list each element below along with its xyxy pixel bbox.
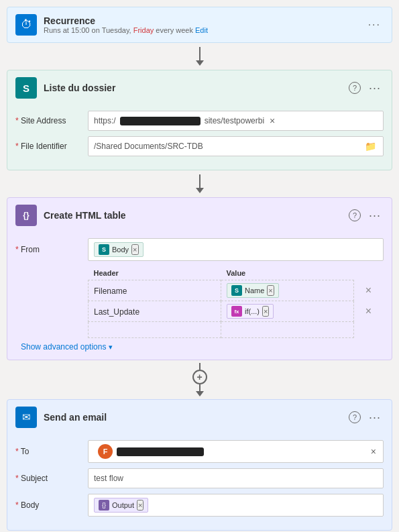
html-table-title: Create HTML table [44,210,342,221]
kv-table-container: Header Value Filename [88,266,384,338]
output-chip: {} Output × [94,498,148,513]
liste-body: * Site Address https:/ sites/testpowerbi… [7,105,392,170]
from-label: * From [15,245,82,254]
lastupdate-value-cell[interactable]: fx if(...) × [221,301,354,322]
site-address-suffix: sites/testpowerbi [205,116,264,125]
lastupdate-delete-icon[interactable]: × [365,305,372,317]
plus-arrow-head [196,391,204,396]
to-input[interactable]: F × [88,440,384,463]
html-table-card: {} Create HTML table ? ··· * From S Body [7,197,392,360]
recurrence-highlight: Friday [133,26,154,34]
subject-row: * Subject test flow [15,468,384,488]
to-clear-button[interactable]: × [369,446,378,457]
file-identifier-label: * File Identifier [15,142,82,151]
chevron-down-icon: ▾ [109,343,113,352]
filename-delete-icon[interactable]: × [365,284,372,296]
liste-title: Liste du dossier [44,83,342,93]
lastupdate-key-cell[interactable]: Last_Update [89,301,221,322]
email-body: * To F × * Subject test flow [7,435,392,530]
body-row: * Body {} Output × [15,494,384,517]
to-row: * To F × [15,440,384,463]
header-col-label: Header [89,266,221,280]
html-table-body: * From S Body × Header Value [7,233,392,360]
email-card: ✉ Send an email ? ··· * To F [7,399,392,531]
email-more-button[interactable]: ··· [366,409,384,426]
email-card-actions: ? ··· [349,409,384,426]
subject-label: * Subject [15,474,82,483]
liste-icon: S [15,77,37,99]
output-chip-label: Output [112,501,134,509]
from-input[interactable]: S Body × [88,238,384,261]
table-row-empty [89,322,384,338]
liste-help-icon[interactable]: ? [349,82,361,94]
site-address-input[interactable]: https:/ sites/testpowerbi × [88,111,384,131]
name-chip-label: Name [245,286,264,295]
file-identifier-value: /Shared Documents/SRC-TDB [94,142,359,151]
filename-row-delete[interactable]: × [354,280,384,301]
site-address-label: * Site Address [15,116,82,125]
body-chip-remove-button[interactable]: × [131,244,138,255]
from-row: * From S Body × [15,238,384,261]
recurrence-card-actions: ··· [365,17,384,32]
recurrence-header: ⏱ Recurrence Runs at 15:00 on Tuesday, F… [7,7,392,42]
recurrence-card: ⏱ Recurrence Runs at 15:00 on Tuesday, F… [7,7,392,43]
filename-value-cell[interactable]: S Name × [221,280,354,301]
recurrence-more-button[interactable]: ··· [365,17,384,32]
arrow-line-2 [199,174,201,188]
subject-value: test flow [94,474,123,483]
curly-icon: {} [23,211,29,220]
connector-1 [196,43,204,70]
to-label: * To [15,447,82,456]
recurrence-title: Recurrence [44,15,359,26]
empty-key-cell[interactable] [89,322,221,338]
lastupdate-row-delete[interactable]: × [354,301,384,322]
liste-header: S Liste du dossier ? ··· [7,70,392,105]
html-table-help-icon[interactable]: ? [349,209,361,221]
to-name-masked [117,447,204,456]
file-identifier-folder-button[interactable]: 📁 [363,141,378,152]
arrow-line-1 [199,47,201,60]
lastupdate-label: Last_Update [94,307,139,317]
add-step-button[interactable]: + [192,370,207,384]
table-row: Last_Update fx if(...) × × [89,301,384,322]
to-chip: F [94,443,208,460]
body-input[interactable]: {} Output × [88,494,384,517]
html-table-more-button[interactable]: ··· [366,207,384,224]
name-chip: S Name × [227,283,279,298]
envelope-icon: ✉ [22,411,31,423]
filename-key-cell[interactable]: Filename [89,280,221,301]
plus-connector: + [192,360,207,399]
arrow-head-1 [196,60,204,66]
file-identifier-row: * File Identifier /Shared Documents/SRC-… [15,136,384,156]
body-label: * Body [15,500,82,510]
recurrence-edit-link[interactable]: Edit [195,26,208,34]
site-address-prefix: https:/ [94,116,116,125]
show-advanced-options[interactable]: Show advanced options ▾ [21,342,384,352]
html-table-card-actions: ? ··· [349,207,384,224]
site-address-clear-button[interactable]: × [268,115,276,126]
output-chip-remove-button[interactable]: × [137,500,144,511]
recurrence-info: Recurrence Runs at 15:00 on Tuesday, Fri… [44,15,359,34]
email-title: Send an email [44,412,342,423]
to-avatar: F [98,444,113,459]
liste-card: S Liste du dossier ? ··· * Site Address … [7,70,392,170]
empty-value-cell[interactable] [221,322,354,338]
liste-more-button[interactable]: ··· [366,80,384,97]
recurrence-subtitle-end: every week [154,26,195,34]
subject-input[interactable]: test flow [88,468,384,488]
if-chip-remove-button[interactable]: × [262,306,269,317]
name-chip-remove-button[interactable]: × [267,285,274,296]
body-chip-label: Body [112,246,129,254]
connector-2 [196,170,204,197]
plus-line-top [199,363,201,370]
body-chip-icon: S [99,244,109,255]
site-address-row: * Site Address https:/ sites/testpowerbi… [15,111,384,131]
site-address-masked [120,117,201,125]
if-chip-label: if(...) [245,307,260,315]
recurrence-icon: ⏱ [15,14,37,36]
email-help-icon[interactable]: ? [349,411,361,423]
show-advanced-label: Show advanced options [21,342,106,352]
recurrence-subtitle-text: Runs at 15:00 on Tuesday, [44,26,133,34]
file-identifier-input[interactable]: /Shared Documents/SRC-TDB 📁 [88,136,384,156]
sharepoint-icon: S [23,83,30,94]
